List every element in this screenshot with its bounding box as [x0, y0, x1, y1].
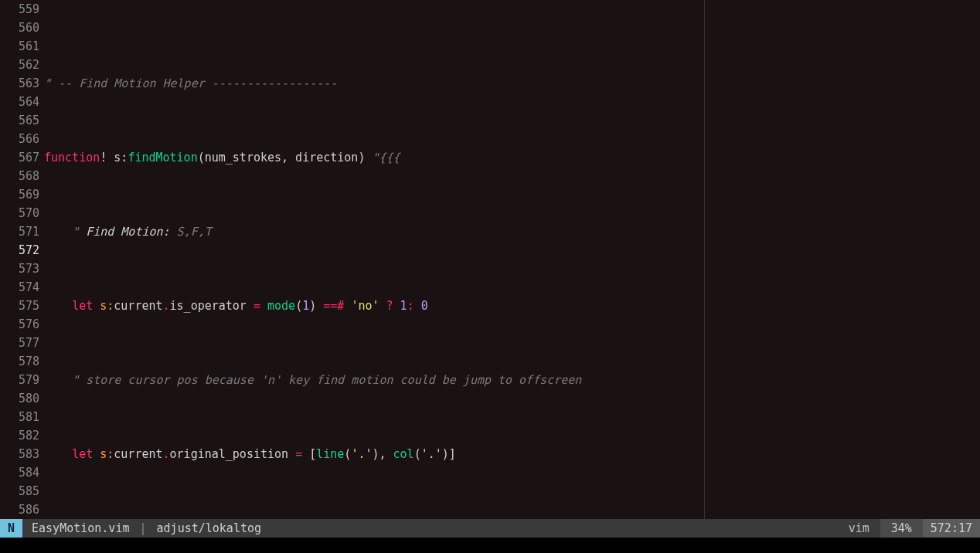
line-number: 576 — [0, 315, 39, 334]
command-line[interactable] — [0, 538, 980, 553]
mode-indicator: N — [0, 519, 22, 538]
line-number: 578 — [0, 352, 39, 371]
line-number: 574 — [0, 278, 39, 297]
cursor-position: 572:17 — [923, 519, 980, 538]
line-number: 564 — [0, 93, 39, 111]
code-line: function! s:findMotion(num_strokes, dire… — [44, 148, 980, 167]
line-number: 563 — [0, 74, 39, 93]
line-number: 571 — [0, 222, 39, 241]
line-number: 586 — [0, 500, 39, 519]
line-number: 584 — [0, 463, 39, 482]
code-content[interactable]: " -- Find Motion Helper ----------------… — [44, 0, 980, 519]
line-number: 559 — [0, 0, 39, 19]
code-line: " -- Find Motion Helper ----------------… — [44, 74, 980, 93]
line-number: 580 — [0, 389, 39, 408]
line-number: 575 — [0, 297, 39, 315]
scroll-percent: 34% — [880, 519, 923, 538]
line-number: 581 — [0, 408, 39, 426]
status-bar: N EasyMotion.vim | adjust/lokaltog vim 3… — [0, 519, 980, 538]
filetype-indicator: vim — [838, 519, 880, 538]
code-line: let s:current.original_position = [line(… — [44, 445, 980, 463]
line-number: 561 — [0, 37, 39, 56]
line-number: 579 — [0, 371, 39, 389]
editor-root: 5595605615625635645655665675685695705715… — [0, 0, 980, 553]
line-number: 573 — [0, 260, 39, 278]
line-number: 562 — [0, 56, 39, 74]
line-number-gutter: 5595605615625635645655665675685695705715… — [0, 0, 44, 519]
line-number: 583 — [0, 445, 39, 463]
line-number: 560 — [0, 19, 39, 37]
line-number: 565 — [0, 111, 39, 130]
code-line: " store cursor pos because 'n' key find … — [44, 371, 980, 389]
separator-icon: | — [137, 521, 157, 535]
status-filename: EasyMotion.vim | adjust/lokaltog — [22, 519, 271, 538]
color-column — [704, 0, 705, 519]
line-number: 568 — [0, 167, 39, 185]
line-number: 570 — [0, 204, 39, 222]
line-number: 585 — [0, 482, 39, 500]
code-line: let s:current.is_operator = mode(1) ==# … — [44, 297, 980, 315]
line-number: 567 — [0, 148, 39, 167]
code-line: " Find Motion: S,F,T — [44, 222, 980, 241]
line-number: 582 — [0, 426, 39, 445]
line-number: 577 — [0, 334, 39, 352]
line-number: 569 — [0, 185, 39, 204]
line-number: 566 — [0, 130, 39, 148]
line-number: 572 — [0, 241, 39, 260]
git-branch: adjust/lokaltog — [157, 521, 261, 535]
code-area[interactable]: 5595605615625635645655665675685695705715… — [0, 0, 980, 519]
